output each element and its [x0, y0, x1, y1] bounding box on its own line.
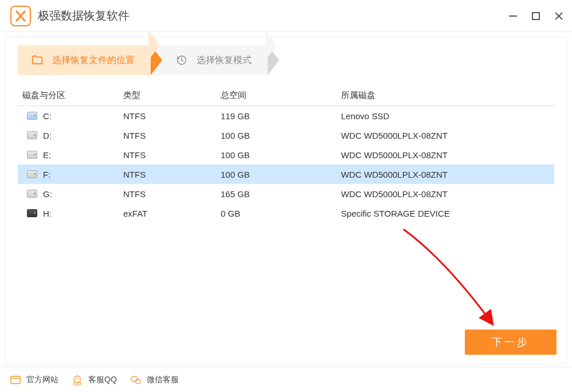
link-label: 微信客服 [147, 375, 179, 385]
cell-type: exFAT [123, 209, 221, 218]
cell-size: 100 GB [221, 150, 341, 160]
cell-drive: C: [20, 111, 123, 121]
cell-size: 100 GB [221, 131, 341, 140]
next-button[interactable]: 下一步 [465, 330, 557, 355]
cell-type: NTFS [123, 111, 221, 121]
drive-icon [27, 170, 37, 178]
table-row[interactable]: C:NTFS119 GBLenovo SSD [18, 106, 554, 126]
cell-belong: WDC WD5000LPLX-08ZNT [341, 150, 552, 160]
cell-size: 0 GB [221, 209, 341, 218]
step-label: 选择恢复文件的位置 [52, 54, 135, 66]
svg-point-11 [131, 376, 138, 381]
drive-label: D: [43, 131, 52, 140]
bottom-bar: 官方网站 客服QQ 微信客服 [0, 367, 572, 392]
wechat-icon [130, 374, 142, 386]
cell-belong: Specific STORAGE DEVICE [341, 209, 552, 218]
next-button-label: 下一步 [492, 335, 530, 349]
cell-drive: E: [20, 150, 123, 160]
cell-drive: H: [20, 209, 123, 218]
step-select-location[interactable]: 选择恢复文件的位置 [18, 45, 151, 75]
drive-icon [27, 209, 37, 217]
drive-icon [27, 112, 37, 120]
drive-icon [27, 151, 37, 159]
cell-belong: Lenovo SSD [341, 111, 552, 121]
table-row[interactable]: G:NTFS165 GBWDC WD5000LPLX-08ZNT [18, 184, 554, 203]
link-label: 官方网站 [26, 375, 58, 385]
cell-belong: WDC WD5000LPLX-08ZNT [341, 131, 552, 140]
drive-label: C: [43, 111, 52, 121]
col-header-type[interactable]: 类型 [123, 90, 221, 101]
step-bar: 选择恢复文件的位置 选择恢复模式 [18, 45, 554, 75]
step-select-mode[interactable]: 选择恢复模式 [162, 45, 268, 75]
window-maximize-button[interactable] [530, 10, 542, 22]
drive-icon [27, 131, 37, 139]
step-arrow-icon [268, 45, 279, 75]
table-row[interactable]: H:exFAT0 GBSpecific STORAGE DEVICE [18, 203, 554, 223]
main-panel: 选择恢复文件的位置 选择恢复模式 磁盘与分区 类型 总空间 所属磁盘 C:NTF… [5, 37, 567, 364]
app-logo [10, 6, 31, 26]
drive-icon [27, 190, 37, 198]
cell-drive: G: [20, 189, 123, 199]
drive-label: G: [43, 189, 52, 199]
table-row[interactable]: E:NTFS100 GBWDC WD5000LPLX-08ZNT [18, 145, 554, 164]
cell-belong: WDC WD5000LPLX-08ZNT [341, 170, 552, 179]
website-icon [9, 374, 22, 386]
cell-size: 100 GB [221, 170, 341, 179]
table-body: C:NTFS119 GBLenovo SSDD:NTFS100 GBWDC WD… [18, 106, 554, 223]
folder-icon [30, 53, 44, 67]
svg-point-12 [135, 379, 140, 383]
col-header-size[interactable]: 总空间 [221, 90, 341, 101]
table-row[interactable]: F:NTFS100 GBWDC WD5000LPLX-08ZNT [18, 164, 554, 184]
qq-icon [71, 374, 84, 386]
link-qq-support[interactable]: 客服QQ [71, 374, 117, 386]
cell-type: NTFS [123, 170, 221, 179]
annotation-arrow [401, 226, 521, 341]
window-minimize-button[interactable] [507, 10, 519, 22]
drive-label: H: [43, 209, 52, 218]
app-title: 极强数据恢复软件 [38, 8, 507, 23]
svg-rect-1 [532, 13, 539, 19]
link-label: 客服QQ [88, 375, 117, 385]
svg-point-10 [78, 378, 79, 379]
col-header-disk[interactable]: 磁盘与分区 [20, 90, 123, 101]
link-wechat-support[interactable]: 微信客服 [130, 374, 179, 386]
table-header: 磁盘与分区 类型 总空间 所属磁盘 [18, 85, 554, 106]
drive-label: E: [43, 150, 51, 160]
title-bar: 极强数据恢复软件 [0, 0, 572, 32]
cell-size: 119 GB [221, 111, 341, 121]
svg-point-8 [74, 382, 81, 385]
cell-type: NTFS [123, 150, 221, 160]
cell-belong: WDC WD5000LPLX-08ZNT [341, 189, 552, 199]
cell-drive: D: [20, 131, 123, 140]
cell-drive: F: [20, 170, 123, 179]
step-label: 选择恢复模式 [197, 54, 252, 66]
link-official-website[interactable]: 官方网站 [9, 374, 58, 386]
svg-point-9 [76, 378, 77, 379]
table-row[interactable]: D:NTFS100 GBWDC WD5000LPLX-08ZNT [18, 126, 554, 145]
window-close-button[interactable] [553, 10, 565, 22]
svg-rect-5 [11, 376, 21, 383]
col-header-belong[interactable]: 所属磁盘 [341, 90, 552, 101]
drive-label: F: [43, 170, 50, 179]
cell-type: NTFS [123, 189, 221, 199]
cell-size: 165 GB [221, 189, 341, 199]
step-arrow-icon [151, 45, 162, 75]
recovery-mode-icon [175, 53, 189, 67]
cell-type: NTFS [123, 131, 221, 140]
